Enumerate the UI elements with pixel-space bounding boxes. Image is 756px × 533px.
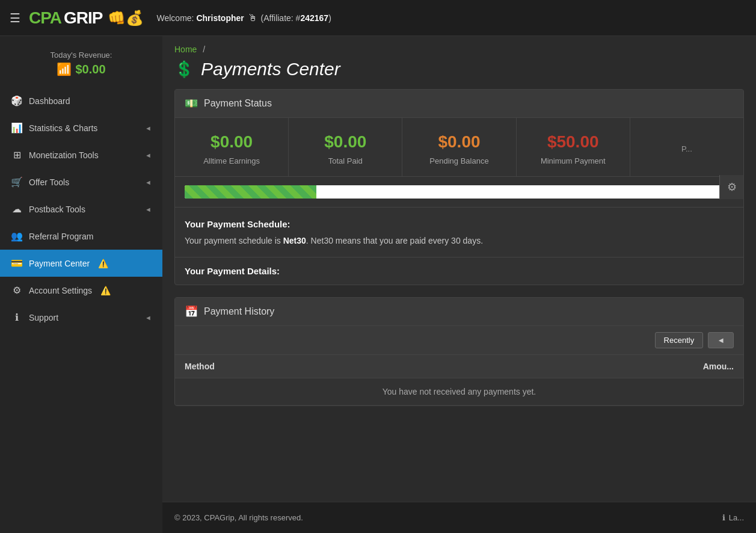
revenue-amount: 📶 $0.00 bbox=[6, 62, 156, 76]
footer-right: ℹ La... bbox=[722, 513, 744, 522]
wifi-icon: 📶 bbox=[57, 62, 72, 76]
breadcrumb: Home / bbox=[162, 36, 756, 54]
payment-status-header: 💵 Payment Status ⚙ bbox=[175, 90, 743, 118]
payment-schedule: Your Payment Schedule: Your payment sche… bbox=[175, 208, 743, 257]
payment-status-grid: $0.00 Alltime Earnings $0.00 Total Paid … bbox=[175, 118, 743, 177]
payment-history-title: Payment History bbox=[204, 306, 274, 317]
chevron-icon: ◄ bbox=[145, 314, 152, 321]
sidebar-item-label: Support bbox=[29, 313, 58, 322]
page-title-area: 💲 Payments Center bbox=[162, 54, 756, 89]
prev-button[interactable]: ◄ bbox=[708, 332, 734, 348]
progress-bar-background bbox=[185, 185, 734, 199]
sidebar-item-postback[interactable]: ☁ Postback Tools ◄ bbox=[0, 196, 162, 223]
amount-column-header: Amou... bbox=[456, 355, 743, 378]
sidebar-item-label: Postback Tools bbox=[29, 205, 85, 214]
sidebar-item-label: Offer Tools bbox=[29, 177, 69, 187]
footer-right-label: La... bbox=[729, 513, 744, 522]
logo: CPAGRIP 👊💰 bbox=[29, 8, 144, 28]
sidebar-item-label: Dashboard bbox=[29, 96, 70, 106]
postback-icon: ☁ bbox=[11, 203, 23, 215]
welcome-text: Welcome: Christopher 🖱 (Affiliate: #2421… bbox=[157, 13, 331, 23]
minimum-payment-cell: $50.00 Minimum Payment bbox=[517, 118, 630, 176]
payment-schedule-body: Your payment schedule is Net30. Net30 me… bbox=[185, 234, 734, 247]
revenue-label: Today's Revenue: bbox=[6, 51, 156, 60]
revenue-box: Today's Revenue: 📶 $0.00 bbox=[0, 42, 162, 87]
logo-cpa: CPA bbox=[29, 8, 61, 28]
main-layout: Today's Revenue: 📶 $0.00 🎲 Dashboard 📊 S… bbox=[0, 36, 756, 533]
main-content: Home / 💲 Payments Center 💵 Payment Statu… bbox=[162, 36, 756, 533]
net30-label: Net30 bbox=[283, 236, 306, 245]
payment-history-table: Method Amou... You have not received any… bbox=[175, 355, 743, 405]
payment-details: Your Payment Details: bbox=[175, 257, 743, 285]
payment-icon: 💳 bbox=[11, 257, 23, 269]
minimum-payment-label: Minimum Payment bbox=[523, 156, 624, 165]
info-icon: ℹ bbox=[722, 513, 725, 522]
dashboard-icon: 🎲 bbox=[11, 95, 23, 106]
sidebar-item-label: Referral Program bbox=[29, 232, 93, 241]
chevron-icon: ◄ bbox=[145, 152, 152, 159]
page-title: Payments Center bbox=[201, 59, 340, 79]
payment-status-icon: 💵 bbox=[185, 97, 198, 110]
payment-history-header: 📅 Payment History bbox=[175, 298, 743, 326]
chevron-icon: ◄ bbox=[145, 179, 152, 186]
history-toolbar: Recently ◄ bbox=[175, 326, 743, 355]
sidebar-item-monetization[interactable]: ⊞ Monetization Tools ◄ bbox=[0, 141, 162, 168]
total-paid-label: Total Paid bbox=[295, 156, 396, 165]
total-paid-amount: $0.00 bbox=[295, 132, 396, 152]
sidebar-item-label: Statistics & Charts bbox=[29, 123, 97, 133]
support-icon: ℹ bbox=[11, 312, 23, 323]
account-icon: ⚙ bbox=[11, 285, 23, 296]
sidebar-item-dashboard[interactable]: 🎲 Dashboard bbox=[0, 87, 162, 114]
payment-schedule-title: Your Payment Schedule: bbox=[185, 217, 734, 232]
method-column-header: Method bbox=[175, 355, 456, 378]
sidebar-item-offer-tools[interactable]: 🛒 Offer Tools ◄ bbox=[0, 168, 162, 196]
pending-balance-label: Pending Balance bbox=[408, 156, 509, 165]
alltime-earnings-label: Alltime Earnings bbox=[181, 156, 282, 165]
sidebar-item-label: Payment Center bbox=[29, 259, 90, 268]
sidebar-item-payment[interactable]: 💳 Payment Center ⚠️ bbox=[0, 250, 162, 277]
warning-icon: ⚠️ bbox=[100, 286, 111, 295]
copyright-text: © 2023, CPAGrip, All rights reserved. bbox=[174, 513, 303, 522]
alltime-earnings-cell: $0.00 Alltime Earnings bbox=[175, 118, 289, 176]
cursor-icon: 🖱 bbox=[248, 13, 257, 23]
username-label: Christopher bbox=[196, 13, 244, 23]
payment-details-title: Your Payment Details: bbox=[185, 266, 280, 276]
chevron-icon: ◄ bbox=[145, 206, 152, 213]
progress-area bbox=[175, 177, 743, 208]
empty-message: You have not received any payments yet. bbox=[175, 378, 743, 405]
payment-status-title: Payment Status bbox=[204, 98, 272, 109]
empty-row: You have not received any payments yet. bbox=[175, 378, 743, 405]
settings-gear-icon[interactable]: ⚙ bbox=[719, 175, 743, 199]
referral-icon: 👥 bbox=[11, 230, 23, 242]
pending-balance-cell: $0.00 Pending Balance bbox=[402, 118, 516, 176]
sidebar-item-account[interactable]: ⚙ Account Settings ⚠️ bbox=[0, 277, 162, 304]
history-icon: 📅 bbox=[185, 305, 198, 318]
alltime-earnings-amount: $0.00 bbox=[181, 132, 282, 152]
hamburger-menu[interactable]: ☰ bbox=[10, 11, 20, 25]
warning-icon: ⚠️ bbox=[98, 259, 108, 268]
recently-button[interactable]: Recently bbox=[655, 332, 704, 348]
top-navbar: ☰ CPAGRIP 👊💰 Welcome: Christopher 🖱 (Aff… bbox=[0, 0, 756, 36]
sidebar-item-label: Monetization Tools bbox=[29, 150, 99, 160]
sidebar-item-referral[interactable]: 👥 Referral Program bbox=[0, 223, 162, 250]
chevron-icon: ◄ bbox=[145, 125, 152, 132]
progress-bar-fill bbox=[185, 185, 316, 199]
footer: © 2023, CPAGrip, All rights reserved. ℹ … bbox=[162, 502, 756, 533]
pending-balance-amount: $0.00 bbox=[408, 132, 509, 152]
offer-tools-icon: 🛒 bbox=[11, 176, 23, 188]
sidebar-item-label: Account Settings bbox=[29, 286, 92, 295]
sidebar-item-support[interactable]: ℹ Support ◄ bbox=[0, 304, 162, 331]
page-title-icon: 💲 bbox=[174, 60, 194, 79]
payment-history-card: 📅 Payment History Recently ◄ Method Amou… bbox=[174, 297, 744, 406]
pending-right-cell: P... bbox=[630, 118, 743, 176]
total-paid-cell: $0.00 Total Paid bbox=[289, 118, 402, 176]
monetization-icon: ⊞ bbox=[11, 149, 23, 161]
minimum-payment-amount: $50.00 bbox=[523, 132, 624, 152]
logo-grip: GRIP bbox=[64, 8, 102, 28]
logo-fist-icon: 👊💰 bbox=[108, 10, 144, 26]
sidebar-item-statistics[interactable]: 📊 Statistics & Charts ◄ bbox=[0, 114, 162, 141]
statistics-icon: 📊 bbox=[11, 122, 23, 134]
sidebar: Today's Revenue: 📶 $0.00 🎲 Dashboard 📊 S… bbox=[0, 36, 162, 533]
payment-status-card: 💵 Payment Status ⚙ $0.00 Alltime Earning… bbox=[174, 89, 744, 285]
breadcrumb-home[interactable]: Home bbox=[174, 45, 197, 54]
